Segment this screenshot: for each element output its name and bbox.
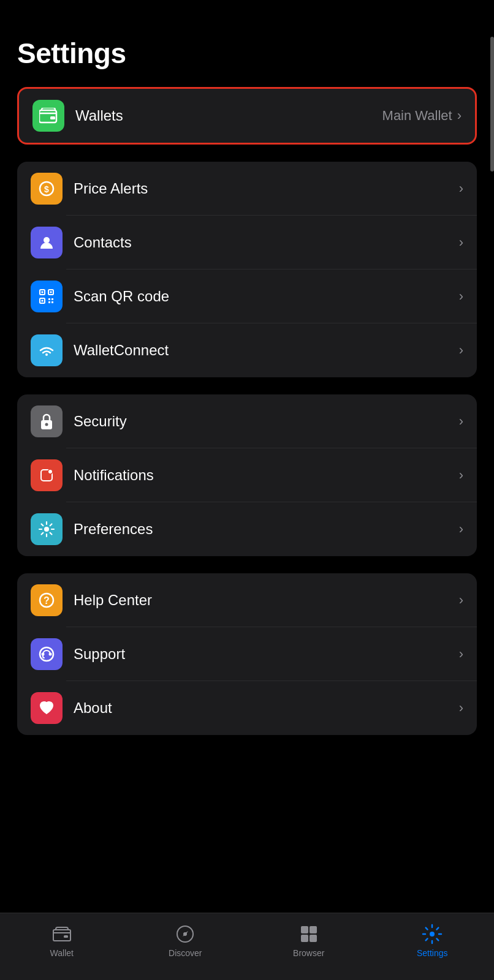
wallets-row[interactable]: Wallets Main Wallet › bbox=[17, 87, 477, 145]
svg-rect-14 bbox=[51, 301, 53, 303]
wallets-icon bbox=[32, 100, 64, 132]
contacts-icon bbox=[31, 227, 63, 258]
support-label: Support bbox=[74, 646, 459, 663]
wallet-icon bbox=[39, 108, 58, 124]
group3: ? Help Center › Support bbox=[17, 573, 477, 735]
svg-point-27 bbox=[49, 653, 52, 656]
scan-qr-chevron: › bbox=[459, 288, 463, 304]
walletconnect-label: WalletConnect bbox=[74, 342, 459, 359]
help-center-label: Help Center bbox=[74, 592, 459, 609]
nav-wallet-icon bbox=[51, 924, 72, 944]
svg-point-21 bbox=[48, 470, 52, 473]
svg-text:?: ? bbox=[44, 595, 50, 606]
page-container: Settings Wallets Main Wallet › bbox=[0, 0, 494, 980]
nav-discover-label: Discover bbox=[169, 948, 202, 958]
svg-rect-31 bbox=[301, 926, 308, 933]
price-alerts-chevron: › bbox=[459, 181, 463, 197]
about-label: About bbox=[74, 699, 459, 717]
nav-settings-label: Settings bbox=[417, 948, 448, 958]
preferences-label: Preferences bbox=[74, 521, 459, 538]
svg-rect-12 bbox=[51, 298, 53, 300]
walletconnect-chevron: › bbox=[459, 342, 463, 358]
scan-qr-label: Scan QR code bbox=[74, 288, 459, 305]
svg-rect-33 bbox=[301, 935, 308, 942]
nav-wallet[interactable]: Wallet bbox=[0, 924, 124, 958]
wallets-label: Wallets bbox=[75, 107, 382, 124]
page-title: Settings bbox=[17, 37, 477, 70]
nav-browser-label: Browser bbox=[293, 948, 324, 958]
preferences-chevron: › bbox=[459, 521, 463, 537]
notifications-icon bbox=[31, 459, 63, 491]
svg-point-22 bbox=[44, 527, 49, 532]
nav-browser[interactable]: Browser bbox=[247, 924, 371, 958]
about-chevron: › bbox=[459, 700, 463, 716]
svg-point-15 bbox=[45, 353, 48, 356]
price-alerts-label: Price Alerts bbox=[74, 180, 459, 197]
menu-item-about[interactable]: About › bbox=[17, 681, 477, 735]
wallets-chevron: › bbox=[457, 108, 462, 124]
support-chevron: › bbox=[459, 646, 463, 662]
contacts-label: Contacts bbox=[74, 234, 459, 251]
help-center-chevron: › bbox=[459, 592, 463, 608]
menu-item-preferences[interactable]: Preferences › bbox=[17, 502, 477, 556]
menu-item-scan-qr[interactable]: Scan QR code › bbox=[17, 270, 477, 323]
walletconnect-icon bbox=[31, 334, 63, 366]
about-icon bbox=[31, 692, 63, 724]
svg-rect-11 bbox=[48, 298, 50, 300]
svg-text:$: $ bbox=[44, 184, 49, 194]
security-label: Security bbox=[74, 413, 459, 430]
security-chevron: › bbox=[459, 413, 463, 429]
menu-item-notifications[interactable]: Notifications › bbox=[17, 448, 477, 502]
menu-item-security[interactable]: Security › bbox=[17, 394, 477, 448]
menu-item-walletconnect[interactable]: WalletConnect › bbox=[17, 323, 477, 377]
svg-rect-9 bbox=[50, 292, 52, 293]
wallets-value: Main Wallet bbox=[382, 108, 452, 124]
menu-item-contacts[interactable]: Contacts › bbox=[17, 216, 477, 270]
nav-settings[interactable]: Settings bbox=[371, 924, 495, 958]
svg-rect-8 bbox=[42, 292, 44, 293]
group2: Security › Notifications › bbox=[17, 394, 477, 556]
svg-point-17 bbox=[45, 423, 48, 426]
nav-discover-icon bbox=[175, 924, 196, 944]
svg-point-35 bbox=[430, 932, 435, 937]
contacts-chevron: › bbox=[459, 235, 463, 251]
notifications-chevron: › bbox=[459, 467, 463, 483]
menu-item-help-center[interactable]: ? Help Center › bbox=[17, 573, 477, 627]
nav-browser-icon bbox=[298, 924, 319, 944]
notifications-label: Notifications bbox=[74, 467, 459, 484]
svg-point-4 bbox=[44, 237, 50, 243]
svg-rect-28 bbox=[64, 935, 68, 938]
svg-rect-10 bbox=[42, 300, 44, 302]
nav-settings-icon bbox=[422, 924, 443, 944]
bottom-nav: Wallet Discover Browser bbox=[0, 913, 494, 980]
content: Settings Wallets Main Wallet › bbox=[0, 0, 494, 980]
nav-discover[interactable]: Discover bbox=[124, 924, 248, 958]
svg-rect-34 bbox=[310, 935, 317, 942]
svg-rect-1 bbox=[50, 116, 55, 119]
menu-item-price-alerts[interactable]: $ Price Alerts › bbox=[17, 162, 477, 216]
scrollbar[interactable] bbox=[490, 37, 494, 172]
price-alerts-icon: $ bbox=[31, 173, 63, 205]
svg-rect-32 bbox=[310, 926, 317, 933]
group1: $ Price Alerts › Contacts › bbox=[17, 162, 477, 377]
security-icon bbox=[31, 405, 63, 437]
help-center-icon: ? bbox=[31, 584, 63, 616]
scan-qr-icon bbox=[31, 281, 63, 312]
support-icon bbox=[31, 638, 63, 670]
svg-rect-13 bbox=[48, 301, 50, 303]
preferences-icon bbox=[31, 513, 63, 545]
menu-item-support[interactable]: Support › bbox=[17, 627, 477, 681]
nav-wallet-label: Wallet bbox=[50, 948, 74, 958]
